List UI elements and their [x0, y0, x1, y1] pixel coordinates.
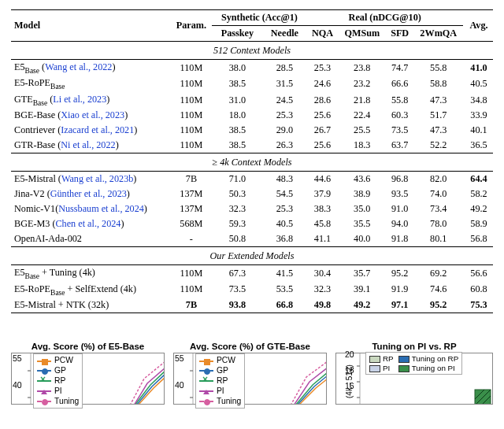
table-section-row: ≥ 4k Context Models	[11, 153, 493, 172]
table-row: BGE-M3 (Chen et al., 2024)568M59.340.545…	[11, 216, 493, 231]
ytick: 55	[175, 353, 184, 363]
lg-tpi: Tuning on PI	[412, 364, 455, 372]
table-row: E5Base (Wang et al., 2022)110M38.028.525…	[11, 60, 493, 76]
ytick: 40	[175, 380, 184, 390]
col-param: Param.	[170, 10, 212, 42]
lg-pcw: PCW	[217, 356, 235, 366]
chart-title: Tuning on PI vs. RP	[335, 342, 493, 351]
lg-rp: RP	[383, 354, 394, 363]
table-row: E5-RoPEBase110M38.531.524.623.266.658.84…	[11, 76, 493, 91]
col-qmsum: QMSum	[339, 26, 386, 42]
benchmark-table: Model Param. Synthetic (Acc@1) Real (nDC…	[11, 9, 493, 313]
ytick: 20	[345, 349, 354, 359]
legend: PCW GP RP PI Tuning	[195, 353, 245, 409]
col-model: Model	[11, 10, 170, 42]
lg-pi: PI	[383, 364, 390, 372]
table-row: Jina-V2 (Günther et al., 2023)137M50.354…	[11, 187, 493, 202]
lg-rp: RP	[54, 376, 65, 386]
chart-title: Avg. Score (%) of E5-Base	[11, 342, 165, 351]
col-real: Real (nDCG@10)	[306, 10, 463, 26]
col-avg: Avg.	[463, 10, 493, 42]
lg-tuning: Tuning	[54, 397, 79, 407]
col-needle: Needle	[262, 26, 306, 42]
table-row: GTR-Base (Ni et al., 2022)110M38.526.325…	[11, 138, 493, 153]
table-row: E5-RoPEBase + SelfExtend (4k)110M73.553.…	[11, 282, 493, 298]
ytick: 55	[13, 353, 22, 363]
lg-gp: GP	[54, 366, 66, 376]
table-row: E5-Mistral + NTK (32k)7B93.866.849.849.2…	[11, 298, 493, 313]
table-row: OpenAI-Ada-002-50.836.841.140.091.880.15…	[11, 231, 493, 247]
col-sfd: SFD	[386, 26, 414, 42]
col-synthetic: Synthetic (Acc@1)	[212, 10, 306, 26]
table-row: Nomic-V1(Nussbaum et al., 2024)137M32.32…	[11, 202, 493, 216]
legend: PCW GP RP PI Tuning	[33, 353, 83, 409]
lg-rp: RP	[217, 376, 228, 386]
ytick: 40	[13, 380, 22, 390]
chart-gte-base: Avg. Score (%) of GTE-Base 55 40 PCW GP …	[173, 342, 327, 408]
col-passkey: Passkey	[212, 26, 262, 42]
chart-title: Avg. Score (%) of GTE-Base	[173, 342, 327, 351]
table-row: E5Base + Tuning (4k)110M67.341.530.435.7…	[11, 265, 493, 282]
legend: RP Tuning on RP PI Tuning on PI	[365, 352, 462, 375]
lg-trp: Tuning on RP	[412, 354, 459, 363]
lg-pi: PI	[217, 386, 224, 397]
table-row: E5-Mistral (Wang et al., 2023b)7B71.048.…	[11, 172, 493, 187]
lg-tuning: Tuning	[217, 397, 241, 407]
chart-pi-vs-rp: Tuning on PI vs. RP 20 18 16 (4k - 512) …	[335, 342, 493, 408]
chart-e5-base: Avg. Score (%) of E5-Base 55 40 PCW GP R…	[11, 342, 165, 408]
col-nqa: NQA	[306, 26, 338, 42]
col-2wmqa: 2WmQA	[413, 26, 463, 42]
table-row: GTEBase (Li et al., 2023)110M31.024.528.…	[11, 92, 493, 108]
table-section-row: Our Extended Models	[11, 247, 493, 265]
y-axis-label: (4k - 512)	[345, 364, 354, 398]
lg-pi: PI	[54, 386, 62, 397]
lg-pcw: PCW	[54, 356, 73, 366]
table-row: BGE-Base (Xiao et al., 2023)110M18.025.3…	[11, 108, 493, 123]
lg-gp: GP	[217, 366, 228, 376]
charts-row: Avg. Score (%) of E5-Base 55 40 PCW GP R…	[11, 342, 493, 408]
table-section-row: 512 Context Models	[11, 42, 493, 60]
table-row: Contriever (Izacard et al., 2021)110M38.…	[11, 123, 493, 138]
